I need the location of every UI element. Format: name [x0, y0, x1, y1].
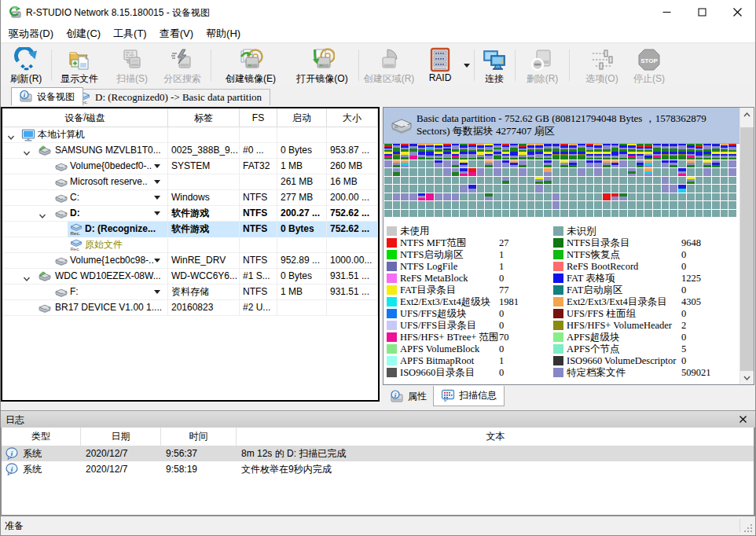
log-column-header[interactable]: 类型: [2, 428, 81, 446]
map-block: [728, 168, 736, 176]
toolbar-button-create-image[interactable]: 创建镜像(E): [214, 46, 288, 85]
map-block: [519, 144, 527, 152]
map-block: [637, 210, 644, 218]
tab-label: 设备视图: [37, 90, 75, 104]
log-close-icon[interactable]: [736, 413, 749, 425]
raid-dropdown-arrow[interactable]: [461, 60, 472, 71]
map-block: [662, 210, 670, 218]
tab-scan-information[interactable]: 扫描信息: [433, 386, 505, 406]
toolbar: 刷新(R)显示文件扫描(S)分区搜索创建镜像(E)打开镜像(O)创建区域(R)R…: [1, 44, 755, 87]
toolbar-button-stop[interactable]: STOP停止(S): [627, 46, 671, 85]
map-block: [687, 185, 695, 193]
scan-block-map[interactable]: [384, 144, 740, 218]
legend-swatch: [387, 250, 397, 259]
log-column-header[interactable]: 日期: [81, 428, 161, 446]
legend-count: 2: [681, 320, 686, 332]
resize-grip[interactable]: [743, 523, 753, 533]
map-block: [678, 185, 686, 193]
toolbar-button-open-image[interactable]: 打开镜像(O): [288, 46, 356, 85]
menu-item-2[interactable]: 工具(T): [107, 24, 153, 42]
toolbar-button-connect[interactable]: 连接: [475, 46, 513, 85]
tab-properties[interactable]: i属性: [383, 386, 434, 406]
log-row-0[interactable]: i系统2020/12/79:56:378m 12s 的 D: 扫描已完成: [2, 446, 754, 461]
toolbar-button-options[interactable]: 选项(O): [577, 46, 627, 85]
device-row-9[interactable]: WD-WCC6Y6...#1 S...0 Bytes931.51 ...WDC …: [2, 269, 378, 285]
menu-item-4[interactable]: 帮助(H): [200, 24, 247, 42]
device-name: Volume{1ecb0c98-..: [70, 253, 154, 269]
device-row-5[interactable]: 软件游戏NTFS200.27 ...752.62 ...D:: [2, 206, 378, 222]
tab-device-view[interactable]: i设备视图: [11, 87, 83, 105]
map-block: [393, 210, 401, 218]
tree-column-header[interactable]: 启动: [277, 108, 327, 127]
toolbar-button-create-region[interactable]: 创建区域(R): [361, 46, 417, 85]
scan-scrollbar[interactable]: [739, 108, 754, 384]
menu-item-3[interactable]: 查看(V): [153, 24, 200, 42]
legend-count: 0: [499, 320, 504, 332]
expander-chevron-down-icon[interactable]: [23, 273, 31, 281]
device-row-7[interactable]: Rec.原始文件: [2, 237, 378, 253]
map-block: [544, 177, 552, 185]
tree-column-header[interactable]: 标签: [168, 108, 240, 127]
toolbar-button-scan[interactable]: 扫描(S): [108, 46, 156, 85]
row-dropdown-icon[interactable]: [154, 180, 160, 184]
device-row-2[interactable]: SYSTEMFAT321 MB260 MBVolume{0bedecf0-..: [2, 159, 378, 174]
row-dropdown-icon[interactable]: [154, 211, 160, 215]
row-dropdown-icon[interactable]: [154, 164, 160, 168]
scrollbar-up-button[interactable]: [740, 108, 754, 121]
tree-column-header[interactable]: 大小: [327, 108, 378, 127]
row-dropdown-icon[interactable]: [154, 259, 160, 262]
map-block: [578, 210, 585, 218]
scrollbar-down-button[interactable]: [740, 371, 754, 384]
row-dropdown-icon[interactable]: [154, 196, 160, 200]
device-row-6[interactable]: 软件游戏NTFS0 Bytes752.62 ...Rec.D: (Recogni…: [2, 222, 378, 237]
map-block: [603, 201, 611, 209]
toolbar-button-delete[interactable]: 删除(R): [518, 46, 567, 85]
log-row-1[interactable]: i系统2020/12/79:58:19文件枚举在9秒内完成: [2, 461, 754, 477]
toolbar-button-raid[interactable]: RAID: [420, 46, 460, 85]
map-block: [578, 160, 585, 168]
map-block: [586, 144, 594, 152]
scan-header-line: Sectors) 每数据块 4277407 扇区: [417, 125, 737, 138]
device-row-1[interactable]: 0025_388B_9...#0 ...0 Bytes953.87 ...SAM…: [2, 143, 378, 159]
map-block: [443, 193, 451, 201]
device-row-10[interactable]: 资料存储NTFS1 MB931.51 ...F:: [2, 285, 378, 300]
map-block: [527, 193, 535, 201]
toolbar-button-show-files[interactable]: 显示文件: [53, 46, 106, 85]
toolbar-button-partition-search[interactable]: 分区搜索: [157, 46, 207, 85]
device-row-4[interactable]: WindowsNTFS277 MB200.00 ...C:: [2, 190, 378, 206]
map-block: [544, 160, 552, 168]
map-block: [678, 144, 686, 152]
expander-chevron-down-icon[interactable]: [39, 210, 46, 218]
log-title: 日志: [6, 413, 24, 427]
map-block: [384, 168, 392, 176]
scrollbar-thumb[interactable]: [740, 127, 754, 371]
map-block: [468, 193, 476, 201]
tab-recognized-partition[interactable]: Rec.D: (Recognized0) -> Basic data parti…: [71, 89, 270, 105]
map-block: [401, 193, 409, 201]
device-row-3[interactable]: 261 MB16 MBMicrosoft reserve..: [2, 174, 378, 190]
minimize-button[interactable]: [649, 0, 684, 24]
menu-item-1[interactable]: 创建(C): [60, 24, 107, 42]
expander-chevron-down-icon[interactable]: [23, 147, 31, 155]
tree-column-header[interactable]: FS: [240, 108, 277, 127]
device-row-11[interactable]: 20160823#2 U...BR17 DEVICE V1.00 1....: [2, 300, 378, 316]
row-dropdown-icon[interactable]: [154, 290, 160, 294]
map-block: [435, 185, 442, 193]
maximize-button[interactable]: [684, 0, 720, 24]
log-column-header[interactable]: 文本: [237, 428, 754, 446]
map-block: [637, 185, 644, 193]
map-block: [594, 152, 602, 160]
toolbar-button-refresh[interactable]: 刷新(R): [2, 46, 50, 85]
map-block: [485, 193, 493, 201]
tree-column-header[interactable]: 设备/磁盘: [2, 108, 168, 127]
log-column-header[interactable]: 时间: [161, 428, 237, 446]
device-row-0[interactable]: 本地计算机: [2, 127, 378, 143]
close-button[interactable]: [720, 0, 755, 24]
map-block: [418, 160, 426, 168]
legend-row: ReFS MetaBlock0FAT 表格项1225: [387, 273, 740, 285]
map-block: [544, 152, 552, 160]
menu-item-0[interactable]: 驱动器(D): [2, 24, 60, 42]
map-block: [712, 185, 720, 193]
expander-chevron-down-icon[interactable]: [7, 131, 15, 139]
device-row-8[interactable]: WinRE_DRVNTFS952.89 ...1000.00...Volume{…: [2, 253, 378, 269]
